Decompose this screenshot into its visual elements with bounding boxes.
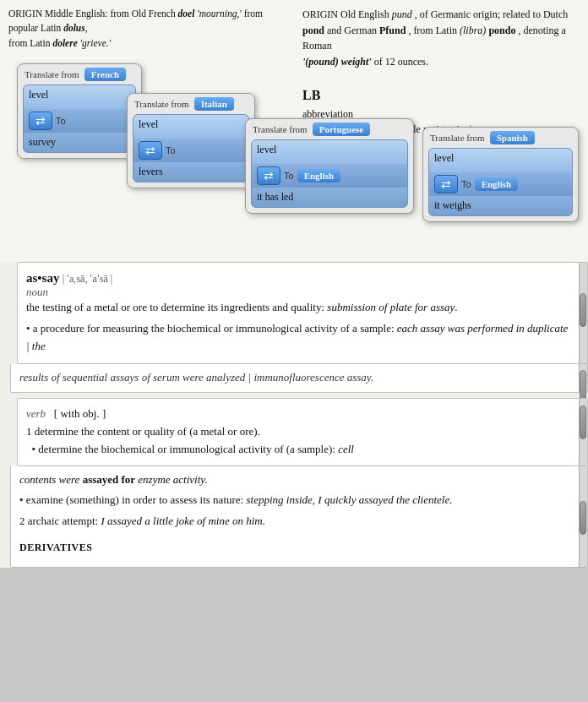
def-phonetic: | ˈaˌsā, ˈaˈsā | <box>63 273 112 285</box>
def-verb-continuation: contents were assayed for enzyme activit… <box>19 471 572 557</box>
portuguese-lang-badge[interactable]: Portuguese <box>313 122 371 136</box>
def-noun-body: the testing of a metal or ore to determi… <box>26 299 572 355</box>
def-noun-2-example: each assay was performed in duplicate | … <box>26 322 568 352</box>
french-lang-badge[interactable]: French <box>84 68 126 81</box>
def-noun-2: • a procedure for measuring the biochemi… <box>26 320 572 356</box>
french-input[interactable]: level <box>24 85 135 109</box>
verb-sub-example-line: contents were assayed for enzyme activit… <box>19 471 572 489</box>
bottom-section: as•say | ˈaˌsā, ˈaˈsā | noun the testing… <box>0 262 588 568</box>
spanish-body: level ⇄ To English it weighs <box>428 148 573 216</box>
spanish-translate-btn[interactable]: ⇄ <box>434 175 458 193</box>
noun-panel: as•say | ˈaˌsā, ˈaˈsā | noun the testing… <box>17 262 588 364</box>
italian-to-label: To <box>166 145 176 155</box>
verb-def-1-num: 1 <box>26 425 32 438</box>
translator-spanish[interactable]: Translate from Spanish level ⇄ To Englis… <box>422 127 579 222</box>
spanish-from-label: Translate from <box>430 133 485 143</box>
translator-italian[interactable]: Translate from Italian level ⇄ To levers <box>127 93 255 188</box>
spanish-input[interactable]: level <box>429 149 572 172</box>
portuguese-body: level ⇄ To English it has led <box>251 139 408 208</box>
continuation-scrollbar[interactable] <box>579 364 587 392</box>
spanish-to-lang-badge[interactable]: English <box>475 177 518 191</box>
portuguese-footer: ⇄ To English <box>252 164 407 188</box>
def-verb-body: verb [ with obj. ] 1 determine the conte… <box>26 405 572 458</box>
portuguese-to-label: To <box>284 171 294 181</box>
verb-panel: verb [ with obj. ] 1 determine the conte… <box>17 398 588 465</box>
italian-translate-btn[interactable]: ⇄ <box>139 141 162 160</box>
portuguese-from-label: Translate from <box>253 124 308 134</box>
continuation-panel: results of sequential assays of serum we… <box>10 364 588 393</box>
french-body: level ⇄ To survey <box>23 84 136 153</box>
italian-from-label: Translate from <box>134 99 189 109</box>
french-translate-btn[interactable]: ⇄ <box>29 112 52 130</box>
italian-body: level ⇄ To levers <box>133 114 249 182</box>
spanish-footer: ⇄ To English <box>429 172 572 196</box>
verb-def-1-sub: • determine the biochemical or immunolog… <box>26 441 572 459</box>
italian-lang-badge[interactable]: Italian <box>194 97 234 111</box>
italian-input[interactable]: level <box>133 115 248 139</box>
verb-scrollbar[interactable] <box>579 399 587 465</box>
spanish-lang-badge[interactable]: Spanish <box>490 131 535 144</box>
verb-label-line: verb [ with obj. ] <box>26 405 572 423</box>
italian-result: levers <box>133 162 248 182</box>
verb-def-1-sub-example: cell <box>338 443 354 455</box>
translator-french[interactable]: Translate from French level ⇄ To survey <box>17 63 142 159</box>
portuguese-to-lang-badge[interactable]: English <box>297 169 340 182</box>
portuguese-result: it has led <box>252 188 407 207</box>
continuation-text: results of sequential assays of serum we… <box>19 369 572 387</box>
translator-portuguese[interactable]: Translate from Portuguese level ⇄ To Eng… <box>245 118 414 214</box>
def-word: as•say <box>26 271 59 285</box>
french-from-label: Translate from <box>24 69 79 79</box>
verb-bracket: [ with obj. ] <box>54 407 106 420</box>
verb-cont-scrollbar[interactable] <box>579 466 587 567</box>
verb-def-examine: • examine (something) in order to assess… <box>19 492 572 509</box>
def-continuation: results of sequential assays of serum we… <box>19 369 572 387</box>
top-section: ORIGIN Middle English: from Old French d… <box>0 0 588 262</box>
italian-header: Translate from Italian <box>128 94 254 114</box>
verb-def-archaic: 2 archaic attempt: I assayed a little jo… <box>19 513 572 531</box>
french-header: Translate from French <box>18 64 141 84</box>
verb-continuation-panel: contents were assayed for enzyme activit… <box>10 466 588 568</box>
portuguese-input[interactable]: level <box>252 140 407 164</box>
verb-def-1: 1 determine the content or quality of (a… <box>26 423 572 441</box>
noun-scrollbar-thumb[interactable] <box>580 293 586 327</box>
italian-footer: ⇄ To <box>133 139 248 162</box>
def-noun-1-example: submission of plate for assay <box>327 301 455 313</box>
derivatives-label: DERIVATIVES <box>19 539 572 557</box>
def-noun-1: the testing of a metal or ore to determi… <box>26 299 572 317</box>
verb-cont-scrollbar-thumb[interactable] <box>580 501 586 535</box>
verb-pos: verb <box>26 407 46 420</box>
french-result: survey <box>24 133 135 152</box>
noun-scrollbar[interactable] <box>579 263 587 363</box>
verb-def-archaic-num: 2 <box>19 514 25 527</box>
spanish-to-label: To <box>461 179 471 189</box>
french-footer: ⇄ To <box>24 109 135 133</box>
translators-area: Translate from French level ⇄ To survey … <box>0 0 588 262</box>
spanish-header: Translate from Spanish <box>423 128 578 148</box>
def-pos: noun <box>26 286 48 298</box>
portuguese-translate-btn[interactable]: ⇄ <box>257 166 280 185</box>
portuguese-header: Translate from Portuguese <box>246 119 413 139</box>
verb-scrollbar-thumb[interactable] <box>580 405 586 439</box>
spanish-result: it weighs <box>429 196 572 215</box>
french-to-label: To <box>56 116 66 126</box>
